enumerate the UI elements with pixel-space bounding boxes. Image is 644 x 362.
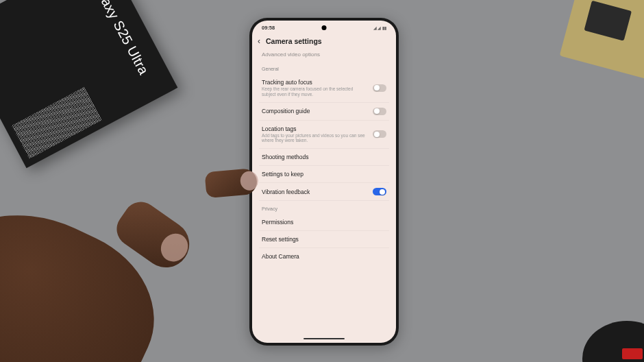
setting-row-about-camera[interactable]: About Camera [259, 248, 389, 265]
setting-row-shooting-methods[interactable]: Shooting methods [259, 149, 389, 166]
setting-title: Permissions [262, 219, 386, 226]
phone-screen: 09:58 ◢ ◢ ▮▮ ‹ Camera settings Advanced … [252, 21, 396, 343]
setting-desc: Keep the rear camera focused on the sele… [262, 86, 367, 97]
status-icons: ◢ ◢ ▮▮ [373, 25, 386, 30]
section-label: General [259, 61, 389, 74]
settings-list[interactable]: Advanced video options GeneralTracking a… [252, 50, 396, 265]
setting-row-permissions[interactable]: Permissions [259, 214, 389, 231]
setting-title: Reset settings [262, 236, 386, 243]
front-camera-notch [322, 25, 327, 30]
status-time: 09:58 [262, 25, 275, 31]
setting-row-settings-to-keep[interactable]: Settings to keep [259, 166, 389, 183]
setting-title: Settings to keep [262, 171, 386, 178]
setting-row-location-tags[interactable]: Location tagsAdd tags to your pictures a… [259, 121, 389, 149]
setting-title: Shooting methods [262, 154, 386, 160]
toggle-composition-guide[interactable] [373, 108, 386, 115]
barcode [12, 87, 102, 159]
setting-row-tracking-auto-focus[interactable]: Tracking auto focusKeep the rear camera … [259, 74, 389, 103]
back-icon[interactable]: ‹ [258, 36, 260, 46]
setting-row-vibration-feedback[interactable]: Vibration feedback [259, 183, 389, 201]
page-title: Camera settings [266, 37, 322, 45]
hand [0, 130, 260, 362]
setting-row-advanced-video[interactable]: Advanced video options [259, 50, 389, 61]
section-label: Privacy [259, 201, 389, 214]
toggle-tracking-auto-focus[interactable] [373, 84, 386, 92]
background-gadget [560, 0, 644, 79]
toggle-location-tags[interactable] [373, 130, 386, 138]
setting-row-reset-settings[interactable]: Reset settings [259, 231, 389, 248]
setting-title: Location tags [262, 125, 367, 132]
setting-desc: Add tags to your pictures and videos so … [262, 133, 367, 144]
page-header: ‹ Camera settings [252, 32, 396, 50]
product-name: Galaxy S25 Ultra [88, 0, 152, 77]
nav-bar-handle[interactable] [304, 338, 345, 340]
product-box: Galaxy S25 Ultra [0, 0, 177, 168]
setting-title: Tracking auto focus [262, 79, 367, 86]
toggle-vibration-feedback[interactable] [373, 188, 386, 195]
watermark-badge [622, 348, 643, 359]
setting-title: Composition guide [262, 108, 367, 114]
phone-frame: 09:58 ◢ ◢ ▮▮ ‹ Camera settings Advanced … [249, 18, 399, 346]
setting-title: Vibration feedback [262, 189, 367, 195]
setting-title: About Camera [262, 253, 386, 260]
setting-row-composition-guide[interactable]: Composition guide [259, 103, 389, 121]
